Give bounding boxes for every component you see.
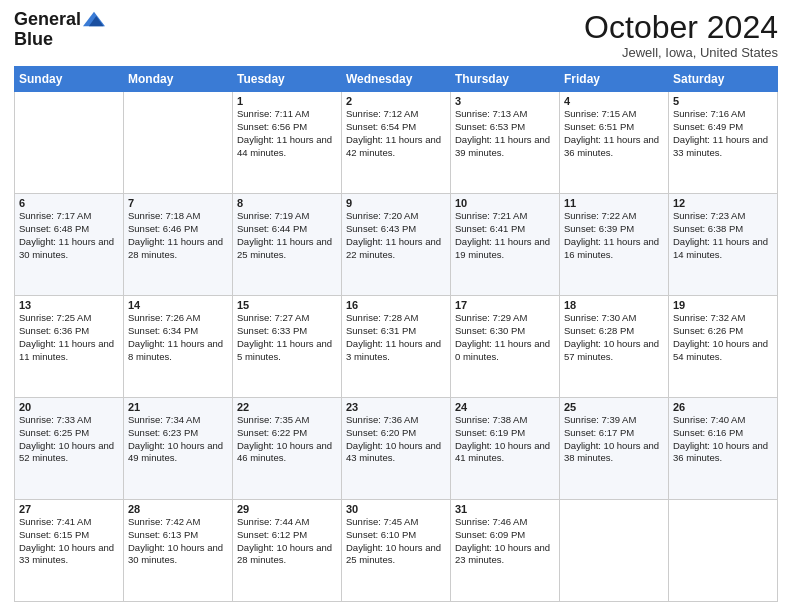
calendar-cell: 23Sunrise: 7:36 AMSunset: 6:20 PMDayligh… <box>342 398 451 500</box>
day-number: 16 <box>346 299 446 311</box>
day-number: 20 <box>19 401 119 413</box>
day-info: Sunrise: 7:40 AMSunset: 6:16 PMDaylight:… <box>673 414 773 465</box>
day-number: 19 <box>673 299 773 311</box>
calendar-cell: 15Sunrise: 7:27 AMSunset: 6:33 PMDayligh… <box>233 296 342 398</box>
weekday-header: Friday <box>560 67 669 92</box>
title-block: October 2024 Jewell, Iowa, United States <box>584 10 778 60</box>
day-number: 3 <box>455 95 555 107</box>
weekday-header: Sunday <box>15 67 124 92</box>
calendar-week-row: 13Sunrise: 7:25 AMSunset: 6:36 PMDayligh… <box>15 296 778 398</box>
day-number: 18 <box>564 299 664 311</box>
page: General Blue October 2024 Jewell, Iowa, … <box>0 0 792 612</box>
calendar-cell: 25Sunrise: 7:39 AMSunset: 6:17 PMDayligh… <box>560 398 669 500</box>
calendar-table: SundayMondayTuesdayWednesdayThursdayFrid… <box>14 66 778 602</box>
calendar-cell: 9Sunrise: 7:20 AMSunset: 6:43 PMDaylight… <box>342 194 451 296</box>
day-number: 31 <box>455 503 555 515</box>
day-info: Sunrise: 7:39 AMSunset: 6:17 PMDaylight:… <box>564 414 664 465</box>
calendar-cell: 8Sunrise: 7:19 AMSunset: 6:44 PMDaylight… <box>233 194 342 296</box>
day-number: 14 <box>128 299 228 311</box>
day-number: 4 <box>564 95 664 107</box>
day-number: 30 <box>346 503 446 515</box>
day-info: Sunrise: 7:13 AMSunset: 6:53 PMDaylight:… <box>455 108 555 159</box>
calendar-cell: 29Sunrise: 7:44 AMSunset: 6:12 PMDayligh… <box>233 500 342 602</box>
logo-icon <box>83 8 105 30</box>
day-info: Sunrise: 7:25 AMSunset: 6:36 PMDaylight:… <box>19 312 119 363</box>
calendar-cell: 12Sunrise: 7:23 AMSunset: 6:38 PMDayligh… <box>669 194 778 296</box>
day-number: 24 <box>455 401 555 413</box>
day-number: 9 <box>346 197 446 209</box>
calendar-cell: 31Sunrise: 7:46 AMSunset: 6:09 PMDayligh… <box>451 500 560 602</box>
day-info: Sunrise: 7:26 AMSunset: 6:34 PMDaylight:… <box>128 312 228 363</box>
day-number: 21 <box>128 401 228 413</box>
calendar-cell: 16Sunrise: 7:28 AMSunset: 6:31 PMDayligh… <box>342 296 451 398</box>
day-info: Sunrise: 7:27 AMSunset: 6:33 PMDaylight:… <box>237 312 337 363</box>
logo-blue: Blue <box>14 30 105 50</box>
calendar-cell <box>124 92 233 194</box>
calendar-week-row: 6Sunrise: 7:17 AMSunset: 6:48 PMDaylight… <box>15 194 778 296</box>
day-number: 17 <box>455 299 555 311</box>
weekday-header: Wednesday <box>342 67 451 92</box>
day-number: 25 <box>564 401 664 413</box>
calendar-cell: 10Sunrise: 7:21 AMSunset: 6:41 PMDayligh… <box>451 194 560 296</box>
header: General Blue October 2024 Jewell, Iowa, … <box>14 10 778 60</box>
day-info: Sunrise: 7:22 AMSunset: 6:39 PMDaylight:… <box>564 210 664 261</box>
location: Jewell, Iowa, United States <box>584 45 778 60</box>
weekday-header: Thursday <box>451 67 560 92</box>
logo-general: General <box>14 10 81 30</box>
calendar-cell: 2Sunrise: 7:12 AMSunset: 6:54 PMDaylight… <box>342 92 451 194</box>
day-number: 8 <box>237 197 337 209</box>
day-number: 12 <box>673 197 773 209</box>
day-info: Sunrise: 7:35 AMSunset: 6:22 PMDaylight:… <box>237 414 337 465</box>
day-info: Sunrise: 7:20 AMSunset: 6:43 PMDaylight:… <box>346 210 446 261</box>
day-info: Sunrise: 7:33 AMSunset: 6:25 PMDaylight:… <box>19 414 119 465</box>
day-info: Sunrise: 7:18 AMSunset: 6:46 PMDaylight:… <box>128 210 228 261</box>
day-number: 6 <box>19 197 119 209</box>
calendar-cell: 13Sunrise: 7:25 AMSunset: 6:36 PMDayligh… <box>15 296 124 398</box>
day-info: Sunrise: 7:30 AMSunset: 6:28 PMDaylight:… <box>564 312 664 363</box>
calendar-cell: 24Sunrise: 7:38 AMSunset: 6:19 PMDayligh… <box>451 398 560 500</box>
calendar-cell: 21Sunrise: 7:34 AMSunset: 6:23 PMDayligh… <box>124 398 233 500</box>
day-info: Sunrise: 7:32 AMSunset: 6:26 PMDaylight:… <box>673 312 773 363</box>
day-info: Sunrise: 7:38 AMSunset: 6:19 PMDaylight:… <box>455 414 555 465</box>
header-row: SundayMondayTuesdayWednesdayThursdayFrid… <box>15 67 778 92</box>
day-number: 26 <box>673 401 773 413</box>
logo: General Blue <box>14 10 105 50</box>
day-number: 7 <box>128 197 228 209</box>
day-info: Sunrise: 7:45 AMSunset: 6:10 PMDaylight:… <box>346 516 446 567</box>
day-info: Sunrise: 7:12 AMSunset: 6:54 PMDaylight:… <box>346 108 446 159</box>
day-info: Sunrise: 7:16 AMSunset: 6:49 PMDaylight:… <box>673 108 773 159</box>
day-number: 5 <box>673 95 773 107</box>
day-number: 10 <box>455 197 555 209</box>
day-number: 13 <box>19 299 119 311</box>
calendar-cell <box>560 500 669 602</box>
day-info: Sunrise: 7:41 AMSunset: 6:15 PMDaylight:… <box>19 516 119 567</box>
calendar-cell: 14Sunrise: 7:26 AMSunset: 6:34 PMDayligh… <box>124 296 233 398</box>
day-number: 2 <box>346 95 446 107</box>
day-info: Sunrise: 7:15 AMSunset: 6:51 PMDaylight:… <box>564 108 664 159</box>
day-number: 22 <box>237 401 337 413</box>
calendar-cell: 1Sunrise: 7:11 AMSunset: 6:56 PMDaylight… <box>233 92 342 194</box>
day-number: 29 <box>237 503 337 515</box>
day-info: Sunrise: 7:11 AMSunset: 6:56 PMDaylight:… <box>237 108 337 159</box>
calendar-cell: 18Sunrise: 7:30 AMSunset: 6:28 PMDayligh… <box>560 296 669 398</box>
day-info: Sunrise: 7:21 AMSunset: 6:41 PMDaylight:… <box>455 210 555 261</box>
weekday-header: Saturday <box>669 67 778 92</box>
calendar-week-row: 27Sunrise: 7:41 AMSunset: 6:15 PMDayligh… <box>15 500 778 602</box>
calendar-cell: 17Sunrise: 7:29 AMSunset: 6:30 PMDayligh… <box>451 296 560 398</box>
day-info: Sunrise: 7:23 AMSunset: 6:38 PMDaylight:… <box>673 210 773 261</box>
calendar-cell: 4Sunrise: 7:15 AMSunset: 6:51 PMDaylight… <box>560 92 669 194</box>
day-info: Sunrise: 7:36 AMSunset: 6:20 PMDaylight:… <box>346 414 446 465</box>
weekday-header: Monday <box>124 67 233 92</box>
calendar-cell <box>15 92 124 194</box>
calendar-cell: 26Sunrise: 7:40 AMSunset: 6:16 PMDayligh… <box>669 398 778 500</box>
day-number: 11 <box>564 197 664 209</box>
day-number: 23 <box>346 401 446 413</box>
calendar-cell: 27Sunrise: 7:41 AMSunset: 6:15 PMDayligh… <box>15 500 124 602</box>
day-info: Sunrise: 7:34 AMSunset: 6:23 PMDaylight:… <box>128 414 228 465</box>
day-info: Sunrise: 7:44 AMSunset: 6:12 PMDaylight:… <box>237 516 337 567</box>
calendar-week-row: 20Sunrise: 7:33 AMSunset: 6:25 PMDayligh… <box>15 398 778 500</box>
calendar-cell: 19Sunrise: 7:32 AMSunset: 6:26 PMDayligh… <box>669 296 778 398</box>
day-info: Sunrise: 7:19 AMSunset: 6:44 PMDaylight:… <box>237 210 337 261</box>
day-number: 15 <box>237 299 337 311</box>
calendar-week-row: 1Sunrise: 7:11 AMSunset: 6:56 PMDaylight… <box>15 92 778 194</box>
